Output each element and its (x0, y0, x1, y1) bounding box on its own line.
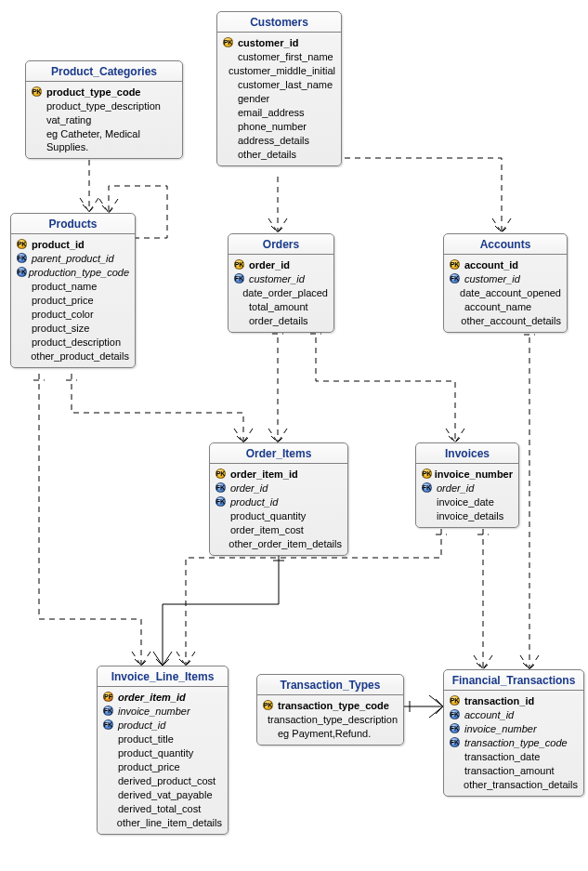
entity-title: Product_Categories (26, 61, 182, 82)
attribute-row: product_name (16, 279, 129, 293)
attribute-row: other_account_details (449, 313, 561, 327)
entity-title: Invoice_Line_Items (98, 666, 228, 687)
entity-transaction_types[interactable]: Transaction_Typestransaction_type_codetr… (256, 674, 404, 746)
no-key-icon (421, 509, 435, 521)
attribute-row: order_id (421, 481, 513, 495)
entity-body: account_idcustomer_iddate_account_opened… (444, 255, 567, 332)
entity-invoice_line_items[interactable]: Invoice_Line_Itemsorder_item_idinvoice_n… (97, 666, 229, 835)
fk-key-icon (102, 705, 116, 717)
attribute-name: account_name (463, 300, 561, 313)
entity-body: invoice_numberorder_idinvoice_dateinvoic… (416, 464, 518, 527)
no-key-icon (102, 788, 116, 800)
entity-body: transaction_idaccount_idinvoice_numbertr… (444, 691, 583, 796)
attribute-row: product_quantity (102, 746, 222, 759)
attribute-row: product_id (102, 718, 222, 732)
attribute-name: product_size (30, 322, 129, 335)
attribute-row: date_account_opened (449, 285, 561, 299)
entity-orders[interactable]: Ordersorder_idcustomer_iddate_order_plac… (228, 233, 334, 333)
no-key-icon (102, 816, 115, 828)
attribute-row: invoice_date (421, 495, 513, 508)
attribute-row: transaction_type_description (262, 712, 398, 726)
attribute-row: phone_number (222, 119, 335, 133)
attribute-name: order_id (435, 482, 513, 495)
attribute-name: total_amount (247, 300, 328, 313)
attribute-name: product_color (30, 308, 129, 321)
attribute-row: transaction_type_code (449, 735, 578, 749)
attribute-row: customer_middle_initial (222, 63, 335, 77)
entity-products[interactable]: Productsproduct_idparent_product_idprodu… (10, 213, 136, 368)
no-key-icon (16, 280, 30, 292)
fk-key-icon (233, 272, 247, 284)
entity-invoices[interactable]: Invoicesinvoice_numberorder_idinvoice_da… (415, 442, 519, 528)
fk-key-icon (449, 722, 463, 734)
attribute-name: other_product_details (29, 350, 129, 363)
attribute-row: email_address (222, 105, 335, 119)
attribute-name: invoice_details (435, 509, 513, 522)
attribute-name: product_name (30, 280, 129, 293)
no-key-icon (222, 148, 236, 160)
entity-order_items[interactable]: Order_Itemsorder_item_idorder_idproduct_… (209, 442, 348, 556)
attribute-name: transaction_id (463, 694, 578, 707)
fk-key-icon (449, 272, 463, 284)
pk-key-icon (215, 468, 229, 480)
attribute-name: invoice_date (435, 495, 513, 508)
no-key-icon (102, 774, 116, 786)
no-key-icon (262, 713, 266, 725)
attribute-name: transaction_type_code (463, 736, 578, 749)
no-key-icon (102, 802, 116, 814)
pk-key-icon (262, 699, 276, 711)
attribute-name: phone_number (236, 120, 335, 133)
attribute-row: date_order_placed (233, 285, 328, 299)
no-key-icon (31, 113, 45, 125)
fk-key-icon (215, 482, 229, 494)
no-key-icon (102, 746, 116, 759)
attribute-row: derived_product_cost (102, 773, 222, 787)
pk-key-icon (16, 238, 30, 250)
attribute-row: parent_product_id (16, 251, 129, 265)
entity-product_categories[interactable]: Product_Categoriesproduct_type_codeprodu… (25, 60, 183, 159)
attribute-row: product_id (215, 495, 342, 508)
attribute-row: derived_vat_payable (102, 787, 222, 801)
attribute-name: derived_total_cost (116, 802, 222, 815)
attribute-row: order_id (233, 257, 328, 271)
attribute-name: product_title (116, 732, 222, 746)
entity-title: Products (11, 214, 135, 234)
attribute-row: product_id (16, 237, 129, 251)
attribute-row: address_details (222, 133, 335, 147)
erd-canvas: Product_Categoriesproduct_type_codeprodu… (0, 0, 588, 871)
attribute-row: eg Payment,Refund. (262, 726, 398, 740)
entity-title: Order_Items (210, 443, 347, 464)
no-key-icon (449, 750, 463, 762)
entity-customers[interactable]: Customerscustomer_idcustomer_first_namec… (216, 11, 342, 166)
pk-key-icon (233, 258, 247, 271)
no-key-icon (215, 523, 229, 535)
attribute-row: total_amount (233, 299, 328, 313)
attribute-name: invoice_number (463, 722, 578, 735)
entity-financial_transactions[interactable]: Financial_Transactionstransaction_idacco… (443, 669, 584, 797)
attribute-name: date_account_opened (458, 286, 561, 299)
no-key-icon (222, 120, 236, 132)
attribute-name: transaction_date (463, 750, 578, 763)
entity-accounts[interactable]: Accountsaccount_idcustomer_iddate_accoun… (443, 233, 568, 333)
attribute-name: order_id (247, 258, 328, 271)
entity-body: customer_idcustomer_first_namecustomer_m… (217, 33, 341, 165)
attribute-name: order_item_cost (229, 523, 342, 536)
no-key-icon (449, 314, 459, 326)
no-key-icon (16, 336, 30, 348)
attribute-name: other_line_item_details (115, 816, 222, 829)
attribute-row: account_name (449, 299, 561, 313)
attribute-name: order_id (229, 482, 342, 495)
attribute-row: derived_total_cost (102, 801, 222, 815)
attribute-name: product_type_code (45, 86, 176, 99)
attribute-row: invoice_number (102, 704, 222, 718)
pk-key-icon (449, 258, 463, 271)
attribute-row: product_description (16, 335, 129, 349)
attribute-name: derived_vat_payable (116, 788, 222, 801)
no-key-icon (16, 350, 29, 362)
attribute-name: parent_product_id (30, 252, 129, 265)
no-key-icon (449, 286, 458, 298)
entity-body: order_item_idinvoice_numberproduct_idpro… (98, 687, 228, 834)
entity-title: Financial_Transactions (444, 670, 583, 691)
no-key-icon (421, 495, 435, 508)
attribute-row: invoice_details (421, 508, 513, 522)
